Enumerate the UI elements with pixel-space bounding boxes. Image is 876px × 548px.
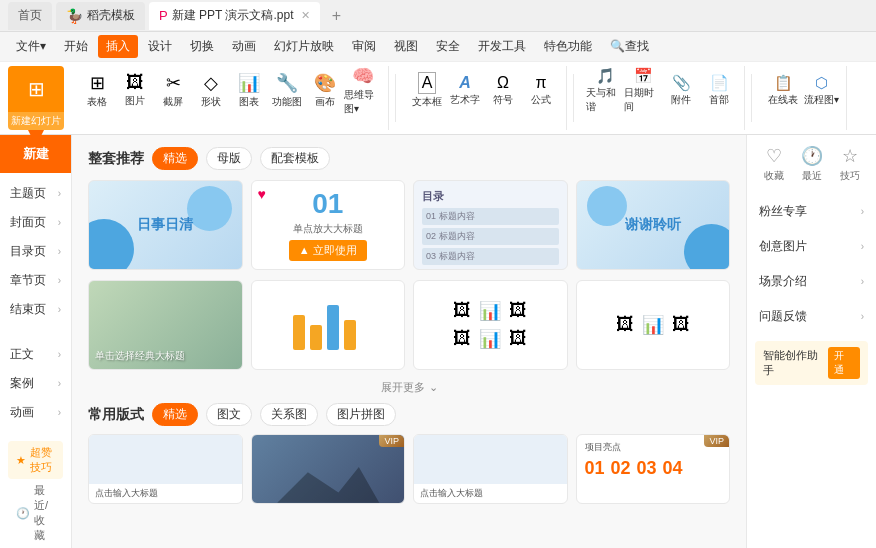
bc1-top [89, 435, 242, 484]
filter-muban[interactable]: 母版 [206, 147, 252, 170]
menu-animation[interactable]: 动画 [224, 35, 264, 58]
pic-label: 图片 [125, 94, 145, 108]
sidebar-tips-button[interactable]: ★ 超赞技巧 [8, 441, 63, 479]
bottom-card-4[interactable]: VIP 项目亮点 01 02 03 04 [576, 434, 731, 504]
rp-recent[interactable]: 🕐 最近 [801, 145, 823, 183]
filter2-tuwen[interactable]: 图文 [206, 403, 252, 426]
attachment-button[interactable]: 📎 附件 [662, 68, 700, 112]
heart-icon: ♥ [258, 186, 266, 202]
sidebar-recent-button[interactable]: 🕐 最近/收藏 [8, 479, 63, 547]
menu-file[interactable]: 文件▾ [8, 35, 54, 58]
harmony-button[interactable]: 🎵 天与和谐 [586, 68, 624, 112]
filter-jingxuan[interactable]: 精选 [152, 147, 198, 170]
shape-button[interactable]: ◇ 形状 [192, 68, 230, 112]
bottom-card-2[interactable]: VIP [251, 434, 406, 504]
sidebar-item-end[interactable]: 结束页 › [0, 295, 71, 324]
menu-devtools[interactable]: 开发工具 [470, 35, 534, 58]
datetime-icon: 📅 [634, 67, 653, 85]
template-card-chart3[interactable]: 🖼 📊 🖼 [576, 280, 731, 370]
menu-view[interactable]: 视图 [386, 35, 426, 58]
right-panel: ♡ 收藏 🕐 最近 ☆ 技巧 粉丝专享 › 创意图片 › [746, 135, 876, 548]
add-tab-button[interactable]: + [324, 4, 348, 28]
rp-collect[interactable]: ♡ 收藏 [764, 145, 784, 183]
canvas-button[interactable]: 🎨 画布 [306, 68, 344, 112]
pic-button[interactable]: 🖼 图片 [116, 68, 154, 112]
show-more-button[interactable]: 展开更多 ⌄ [381, 380, 438, 395]
symbol-button[interactable]: Ω 符号 [484, 68, 522, 112]
sidebar-item-toc[interactable]: 目录页 › [0, 237, 71, 266]
table-button[interactable]: ⊞ 表格 [78, 68, 116, 112]
bc1-text: 点击输入大标题 [89, 484, 242, 503]
card4-title: 谢谢聆听 [625, 216, 681, 234]
menu-security[interactable]: 安全 [428, 35, 468, 58]
template-card-chart1[interactable] [251, 280, 406, 370]
rp-feedback[interactable]: 问题反馈 › [755, 302, 868, 331]
new-slide-button[interactable]: ⊞ 新建幻灯片 [8, 66, 64, 130]
home-tab[interactable]: 首页 [8, 2, 52, 30]
icon-row-1: 🖼 📊 🖼 [453, 300, 527, 322]
template-card-mulu[interactable]: 目录 01 标题内容 02 标题内容 03 标题内容 [413, 180, 568, 270]
chart-button[interactable]: 📊 图表 [230, 68, 268, 112]
file-tab[interactable]: P 新建 PPT 演示文稿.ppt ✕ [149, 2, 320, 30]
symbol-icon: Ω [497, 74, 509, 92]
menu-search[interactable]: 🔍查找 [602, 35, 657, 58]
header-button[interactable]: 📄 首部 [700, 68, 738, 112]
filter2-tupian[interactable]: 图片拼图 [326, 403, 396, 426]
filter2-guanxi[interactable]: 关系图 [260, 403, 318, 426]
menu-slideshow[interactable]: 幻灯片放映 [266, 35, 342, 58]
formula-button[interactable]: π 公式 [522, 68, 560, 112]
smart-open-button[interactable]: 开通 [828, 347, 860, 379]
menu-switch[interactable]: 切换 [182, 35, 222, 58]
sidebar-item-cover[interactable]: 封面页 › [0, 208, 71, 237]
num-03: 03 [637, 458, 657, 479]
online-table-button[interactable]: 📋 在线表 [764, 68, 802, 112]
use-now-button[interactable]: ▲ 立即使用 [289, 240, 367, 261]
num-04: 04 [663, 458, 683, 479]
filter-peitao[interactable]: 配套模板 [260, 147, 330, 170]
menu-start[interactable]: 开始 [56, 35, 96, 58]
bottom-card-1[interactable]: 点击输入大标题 [88, 434, 243, 504]
screenshot-button[interactable]: ✂ 截屏 [154, 68, 192, 112]
section2-header: 常用版式 精选 图文 关系图 图片拼图 [88, 403, 730, 426]
template-card-nature[interactable]: 单击选择经典大标题 [88, 280, 243, 370]
sidebar-body-label: 正文 [10, 346, 34, 363]
func-button[interactable]: 🔧 功能图 [268, 68, 306, 112]
mindmap-button[interactable]: 🧠 思维导图▾ [344, 68, 382, 112]
rp-tips[interactable]: ☆ 技巧 [840, 145, 860, 183]
menu-design[interactable]: 设计 [140, 35, 180, 58]
datetime-button[interactable]: 📅 日期时间 [624, 68, 662, 112]
template-card-rishi[interactable]: 日事日清 [88, 180, 243, 270]
template-card-dandian[interactable]: ♥ 01 单点放大大标题 ▲ 立即使用 [251, 180, 406, 270]
sidebar-item-theme[interactable]: 主题页 › [0, 179, 71, 208]
datetime-label: 日期时间 [624, 86, 662, 114]
rp-creative[interactable]: 创意图片 › [755, 232, 868, 261]
menu-insert[interactable]: 插入 [98, 35, 138, 58]
sidebar-item-chapter[interactable]: 章节页 › [0, 266, 71, 295]
sidebar-item-body[interactable]: 正文 › [0, 340, 71, 369]
chart3-top: 🖼 📊 🖼 [616, 314, 690, 336]
new-slide-label: 新建幻灯片 [8, 112, 64, 130]
template-card-chart2[interactable]: 🖼 📊 🖼 🖼 📊 🖼 [413, 280, 568, 370]
artword-button[interactable]: A 艺术字 [446, 68, 484, 112]
menu-features[interactable]: 特色功能 [536, 35, 600, 58]
sidebar-item-animation[interactable]: 动画 › [0, 398, 71, 427]
rp-fans[interactable]: 粉丝专享 › [755, 197, 868, 226]
template-tab[interactable]: 🦆 稻壳模板 [56, 2, 145, 30]
card2-subtitle: 单点放大大标题 [293, 222, 363, 236]
harmony-icon: 🎵 [596, 67, 615, 85]
bottom-card-3[interactable]: 点击输入大标题 [413, 434, 568, 504]
menu-bar: 文件▾ 开始 插入 设计 切换 动画 幻灯片放映 审阅 视图 安全 开发工具 特… [0, 32, 876, 62]
template-card-xie[interactable]: 谢谢聆听 [576, 180, 731, 270]
close-icon[interactable]: ✕ [301, 9, 310, 22]
chevron-right-icon: › [58, 275, 61, 286]
ribbon-divider3 [751, 74, 752, 122]
canvas-label: 画布 [315, 95, 335, 109]
attachment-icon: 📎 [672, 74, 691, 92]
rp-scene[interactable]: 场景介绍 › [755, 267, 868, 296]
show-more-label: 展开更多 [381, 380, 425, 395]
textbox-button[interactable]: A 文本框 [408, 68, 446, 112]
sidebar-item-case[interactable]: 案例 › [0, 369, 71, 398]
menu-review[interactable]: 审阅 [344, 35, 384, 58]
flowchart-button[interactable]: ⬡ 流程图▾ [802, 68, 840, 112]
filter2-jingxuan[interactable]: 精选 [152, 403, 198, 426]
